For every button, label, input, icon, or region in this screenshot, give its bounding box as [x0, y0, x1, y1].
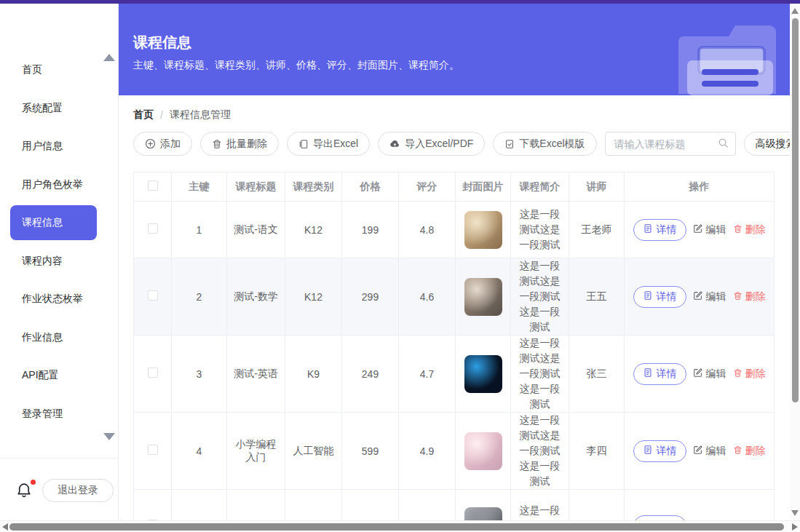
sidebar-item-api-config[interactable]: API配置	[0, 357, 119, 395]
cell-rating: 4.6	[399, 258, 456, 336]
cell-intro: 这是一段测试这是一段测试这是一段测试	[511, 336, 569, 413]
cell-title: 测试-英语	[227, 336, 285, 413]
cell-price: 350	[342, 490, 399, 521]
sidebar-item-user-info[interactable]: 用户信息	[0, 127, 119, 166]
sidebar-item-system-config[interactable]: 系统配置	[0, 90, 119, 128]
search-icon[interactable]	[718, 138, 729, 151]
notification-bell-icon[interactable]	[15, 480, 35, 502]
sidebar-item-label: 登录管理	[22, 408, 63, 421]
trash-icon	[733, 445, 742, 457]
delete-button[interactable]: 删除	[733, 290, 766, 303]
select-all-checkbox[interactable]	[148, 180, 158, 191]
page-title: 课程信息	[133, 33, 191, 52]
sidebar-item-user-role-enum[interactable]: 用户角色枚举	[0, 166, 119, 205]
import-excel-button[interactable]: 导入Excel/PDF	[378, 132, 485, 156]
add-button[interactable]: 添加	[133, 132, 192, 156]
delete-button[interactable]: 删除	[733, 368, 766, 381]
cell-intro: 这是一段测试这是一段测试这是一段测试	[511, 413, 569, 490]
vertical-scrollbar-thumb[interactable]	[792, 18, 799, 402]
row-actions: 详情 编辑 删除	[628, 219, 770, 241]
col-header-actions: 操作	[625, 172, 775, 202]
edit-button[interactable]: 编辑	[693, 368, 726, 381]
detail-button[interactable]: 详情	[633, 286, 686, 308]
cell-teacher: 王五	[569, 258, 625, 336]
sidebar-active-pill: 课程信息	[10, 205, 97, 240]
cell-category: K9	[285, 490, 342, 521]
cell-rating: 4.5	[399, 490, 456, 521]
sidebar-item-home[interactable]: 首页	[0, 51, 119, 90]
cover-image[interactable]	[464, 278, 502, 316]
sidebar-item-homework-info[interactable]: 作业信息	[0, 319, 119, 357]
export-excel-button[interactable]: 导出Excel	[287, 132, 370, 156]
cell-price: 599	[342, 413, 399, 490]
logout-button[interactable]: 退出登录	[42, 479, 114, 502]
detail-button[interactable]: 详情	[633, 440, 686, 462]
sidebar-item-label: 首页	[22, 63, 42, 76]
delete-button[interactable]: 删除	[733, 445, 766, 458]
pencil-square-icon	[693, 223, 703, 236]
advanced-search-button[interactable]: 高级搜索	[744, 132, 790, 156]
row-actions: 详情 编辑 删除	[628, 515, 770, 521]
pencil-square-icon	[693, 368, 703, 380]
cell-price: 249	[342, 336, 399, 413]
delete-button[interactable]: 删除	[733, 223, 766, 237]
add-label: 添加	[160, 138, 181, 151]
search-input[interactable]	[605, 132, 736, 156]
vertical-scrollbar	[790, 4, 800, 520]
row-checkbox[interactable]	[148, 223, 158, 234]
col-header-intro: 课程简介	[511, 172, 569, 202]
detail-button[interactable]: 详情	[633, 363, 686, 385]
detail-button[interactable]: 详情	[633, 219, 686, 241]
cell-teacher: 李四	[569, 413, 625, 490]
download-template-label: 下载Excel模版	[519, 138, 585, 151]
cell-rating: 4.8	[399, 202, 456, 258]
download-template-button[interactable]: 下载Excel模版	[493, 132, 596, 156]
cover-image[interactable]	[464, 432, 502, 470]
detail-label: 详情	[657, 223, 677, 237]
sidebar-menu: 首页 系统配置 用户信息 用户角色枚举 课程信息 课程内容 作业状态枚举 作业信…	[0, 51, 119, 433]
detail-button[interactable]: 详情	[633, 515, 686, 521]
scroll-right-arrow-icon[interactable]	[792, 523, 798, 531]
cell-intro: 这是一段测试这是一段测试	[511, 202, 569, 258]
col-header-rating: 评分	[399, 172, 456, 202]
cloud-upload-icon	[389, 138, 400, 149]
sidebar-item-login-management[interactable]: 登录管理	[0, 395, 119, 434]
cell-rating: 4.9	[399, 413, 456, 490]
cover-image[interactable]	[464, 211, 502, 249]
delete-label: 删除	[745, 290, 766, 303]
edit-button[interactable]: 编辑	[693, 223, 726, 237]
row-checkbox[interactable]	[148, 445, 158, 455]
edit-label: 编辑	[706, 223, 726, 237]
trash-icon	[733, 368, 742, 380]
horizontal-scrollbar-thumb[interactable]	[9, 523, 784, 531]
edit-button[interactable]: 编辑	[693, 290, 726, 303]
cell-id: 4	[172, 413, 227, 490]
cover-image[interactable]	[464, 355, 502, 393]
scroll-left-arrow-icon[interactable]	[2, 523, 8, 531]
sidebar-item-homework-status-enum[interactable]: 作业状态枚举	[0, 280, 119, 319]
cell-title: 小学编程入门	[227, 413, 285, 490]
trash-icon	[733, 291, 742, 303]
batch-delete-button[interactable]: 批量删除	[200, 132, 279, 156]
detail-label: 详情	[657, 445, 677, 458]
sidebar-item-label: API配置	[22, 369, 59, 382]
row-checkbox[interactable]	[148, 368, 158, 378]
scroll-down-arrow-icon[interactable]	[791, 510, 799, 516]
cell-category: K12	[285, 258, 342, 336]
cover-image[interactable]	[464, 507, 502, 521]
menu-scroll-down-icon[interactable]	[103, 433, 115, 440]
delete-label: 删除	[745, 368, 766, 381]
cell-category: K12	[285, 202, 342, 258]
document-lines-icon	[643, 223, 653, 236]
main-content: 课程信息 主键、课程标题、课程类别、讲师、价格、评分、封面图片、课程简介。 首页…	[119, 4, 790, 520]
batch-delete-label: 批量删除	[226, 138, 267, 151]
cell-title: 测试-语文	[227, 202, 285, 258]
sidebar-item-course-content[interactable]: 课程内容	[0, 242, 119, 281]
row-checkbox[interactable]	[148, 290, 158, 301]
scroll-up-arrow-icon[interactable]	[791, 8, 799, 14]
sidebar-item-course-info[interactable]: 课程信息	[0, 204, 119, 242]
cell-teacher: 张三	[569, 336, 625, 413]
pencil-square-icon	[693, 445, 703, 457]
breadcrumb-home-link[interactable]: 首页	[133, 108, 154, 122]
edit-button[interactable]: 编辑	[693, 445, 726, 458]
